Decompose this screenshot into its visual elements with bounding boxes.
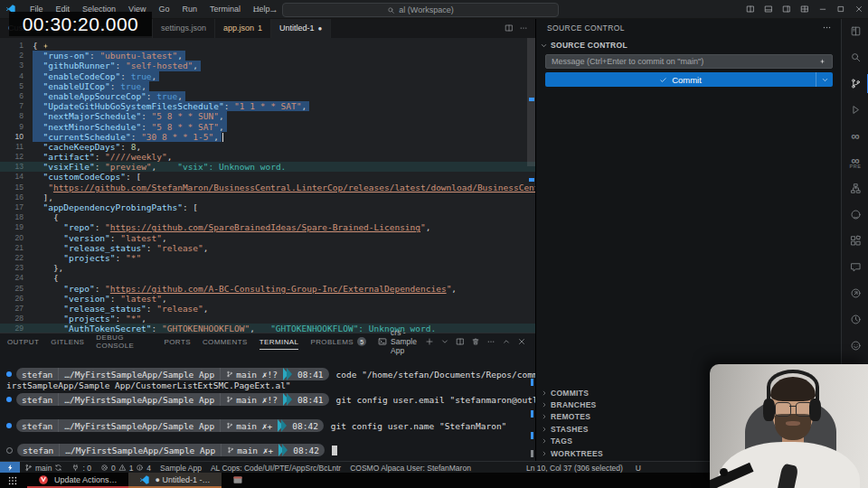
prompt-user: stefan (16, 419, 58, 432)
history-icon[interactable] (842, 306, 868, 333)
code-token: : (131, 132, 141, 142)
extensions-icon[interactable] (842, 228, 868, 254)
new-terminal-icon[interactable] (425, 337, 434, 346)
tab-dirty-dot: ● (318, 24, 323, 33)
commit-dropdown-icon[interactable] (816, 72, 833, 87)
split-editor-icon[interactable] (505, 23, 514, 33)
commit-message-input[interactable]: Message (Ctrl+Enter to commit on "main") (545, 54, 833, 69)
layout-split-icon[interactable] (741, 0, 760, 18)
minimize-icon[interactable] (814, 0, 832, 18)
pipelines-pre-icon[interactable]: ∞PRE (842, 149, 868, 175)
cursor-position-status[interactable]: Ln 10, Col 37 (306 selected) (526, 464, 623, 473)
code-token (33, 233, 63, 243)
command-decoration-dot[interactable] (6, 371, 12, 377)
scrollbar-thumb[interactable] (527, 38, 535, 166)
prompt-git-label: main ✗!? (236, 395, 278, 405)
code-line: "vsixFile": "preview", "vsix": Unknown w… (33, 162, 528, 172)
code-token: "latest" (120, 294, 162, 304)
more-actions-icon[interactable] (486, 337, 495, 346)
webcam-overlay (710, 364, 868, 488)
forward-icon[interactable]: → (269, 4, 278, 14)
source-control-section-header[interactable]: SOURCE CONTROL (540, 41, 627, 50)
taskbar-window-update-actions-[interactable]: Update Actions… (27, 473, 128, 488)
menu-item-run[interactable]: Run (175, 5, 203, 14)
command-center[interactable]: al (Workspace) (282, 3, 559, 17)
line-number: 5 (0, 81, 24, 91)
code-token: "*" (126, 314, 141, 324)
panel-tab-gitlens[interactable]: GITLENS (51, 333, 84, 350)
code-token: "enableCodeCop" (42, 71, 120, 81)
code-line-content: "release_status": "release", (33, 304, 209, 314)
code-line: "nextMinorSchedule": "5 8 * * SAT", (33, 122, 528, 132)
close-icon[interactable] (850, 0, 868, 18)
layout-customize-icon[interactable] (796, 0, 814, 18)
panel-tab-comments[interactable]: COMMENTS (203, 333, 248, 350)
search-icon[interactable] (842, 44, 868, 70)
taskbar-window-files[interactable] (222, 473, 254, 488)
code-token: true (120, 81, 141, 91)
tab-settings-json[interactable]: settings.json (153, 18, 215, 38)
panel-tab-problems[interactable]: PROBLEMS5 (310, 333, 366, 350)
line-number: 11 (0, 142, 24, 152)
commit-button[interactable]: Commit (545, 72, 833, 87)
code-token: "githubRunner" (42, 61, 115, 70)
terminal[interactable]: stefan…/MyFirstSampleApp/Sample Appmain … (0, 350, 535, 462)
encoding-status[interactable]: U (636, 464, 641, 473)
feedback-icon[interactable] (842, 333, 868, 359)
maximize-icon[interactable] (832, 0, 850, 18)
panel-tab-output[interactable]: OUTPUT (7, 333, 39, 350)
more-actions-icon[interactable] (519, 23, 528, 33)
editor[interactable]: 1234567891011121314151617181920212223242… (0, 38, 535, 333)
close-panel-icon[interactable] (517, 337, 526, 346)
command-center-label: al (Workspace) (399, 5, 453, 14)
menu-item-go[interactable]: Go (152, 5, 175, 14)
command-decoration-dot[interactable] (6, 447, 13, 454)
command-decoration-dot[interactable] (6, 397, 12, 402)
line-number: 16 (0, 192, 24, 202)
panel-tab-ports[interactable]: PORTS (164, 333, 190, 350)
code-line-content: "enableUICop": true, (33, 81, 149, 91)
code-token: "release_status" (63, 243, 146, 253)
layout-sidebar-icon[interactable] (778, 0, 796, 18)
back-icon[interactable]: ← (251, 4, 261, 14)
tree-item-label: TAGS (551, 436, 572, 446)
sparkle-icon[interactable] (818, 58, 826, 66)
code-line-content: "UpdateGitHubGoSystemFilesSchedule": "1 … (33, 101, 309, 111)
tab-untitled-1[interactable]: Untitled-1● (271, 18, 331, 38)
prompt-time: 08:41 (292, 393, 329, 406)
source-control-icon[interactable] (842, 70, 868, 97)
line-number: 26 (0, 294, 24, 304)
line-number: 17 (0, 202, 24, 212)
prompt-git: main ✗+ (220, 419, 278, 432)
taskbar-window--untitled-1-[interactable]: ● Untitled-1 -… (128, 473, 222, 488)
editor-scrollbar[interactable] (527, 38, 535, 333)
command-decoration-dot[interactable] (6, 423, 12, 428)
split-terminal-icon[interactable] (456, 337, 465, 346)
symbols-icon[interactable] (842, 175, 868, 202)
tab-app-json[interactable]: app.json1 (215, 18, 271, 38)
branch-icon (226, 371, 233, 378)
line-number: 10 (0, 132, 24, 142)
menu-item-terminal[interactable]: Terminal (203, 5, 247, 14)
gitlens-icon[interactable] (842, 280, 868, 306)
run-debug-icon[interactable] (842, 97, 868, 123)
kill-terminal-icon[interactable] (471, 337, 480, 346)
code-line: "https://github.com/StefanMaron/Business… (33, 183, 528, 192)
panel-tab-terminal[interactable]: TERMINAL (259, 333, 299, 350)
reader-icon[interactable] (842, 18, 868, 44)
pipelines-icon[interactable]: ∞ (842, 123, 868, 149)
comments-icon[interactable] (842, 254, 868, 280)
more-actions-icon[interactable] (822, 23, 832, 33)
nav-arrows: ← → (251, 0, 278, 18)
code-action-sparkle-icon[interactable] (42, 42, 50, 51)
layout-panel-icon[interactable] (760, 0, 778, 18)
terminal-scroll-mark (531, 410, 533, 418)
code-token: "repo" (63, 284, 94, 294)
chevron-right-icon (541, 426, 548, 433)
github-icon[interactable] (842, 202, 868, 228)
maximize-panel-icon[interactable] (502, 337, 511, 346)
terminal-dropdown-icon[interactable] (440, 337, 449, 346)
app-launcher-icon[interactable] (7, 475, 18, 486)
infinity-glyph: ∞ (851, 132, 859, 141)
panel-tab-debug-console[interactable]: DEBUG CONSOLE (96, 333, 152, 350)
